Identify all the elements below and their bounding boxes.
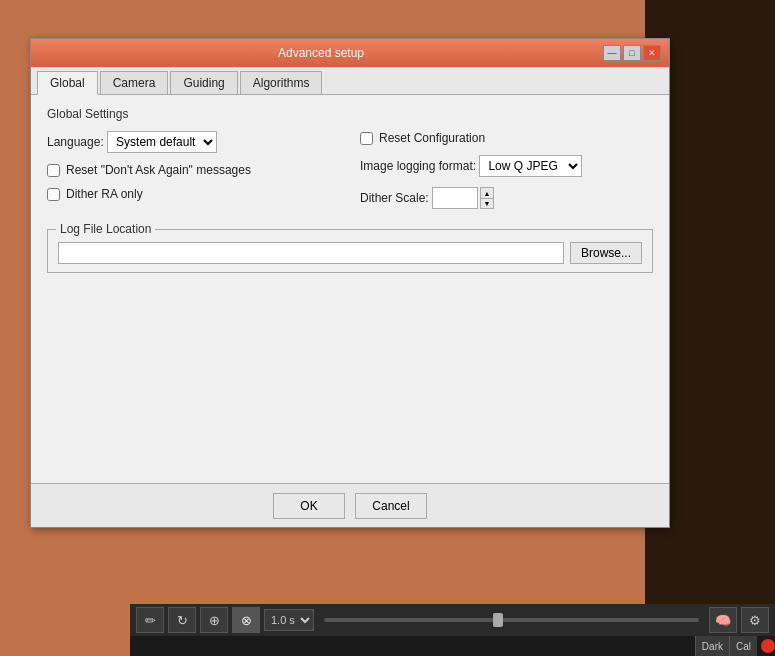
tab-bar: Global Camera Guiding Algorithms [31,67,669,95]
reset-dont-ask-row: Reset "Don't Ask Again" messages [47,163,340,177]
spinner-arrows: ▲ ▼ [480,187,494,209]
image-logging-select[interactable]: No logging Low Q JPEG High Q JPEG FITS [479,155,582,177]
exposure-slider-thumb[interactable] [493,613,503,627]
dither-ra-row: Dither RA only [47,187,340,201]
language-row: Language: System default English French … [47,131,340,153]
reset-config-checkbox[interactable] [360,132,373,145]
reset-config-label: Reset Configuration [379,131,485,145]
brain-button[interactable]: 🧠 [709,607,737,633]
image-logging-row: Image logging format: No logging Low Q J… [360,155,653,177]
refresh-icon: ↻ [177,613,188,628]
dither-ra-label: Dither RA only [66,187,143,201]
dither-scale-row: Dither Scale: 2.0 ▲ ▼ [360,187,653,209]
tab-algorithms[interactable]: Algorithms [240,71,323,94]
tab-global[interactable]: Global [37,71,98,95]
stop-button[interactable]: ⊗ [232,607,260,633]
dialog-footer: OK Cancel [31,483,669,527]
reset-dont-ask-checkbox[interactable] [47,164,60,177]
dither-scale-spinner: 2.0 ▲ ▼ [432,187,494,209]
tab-guiding[interactable]: Guiding [170,71,237,94]
statusbar-cal-label: Cal [729,636,757,656]
title-buttons: — □ ✕ [603,45,661,61]
maximize-button[interactable]: □ [623,45,641,61]
brain-icon: 🧠 [715,613,731,628]
minimize-button[interactable]: — [603,45,621,61]
dither-ra-checkbox[interactable] [47,188,60,201]
spinner-up-button[interactable]: ▲ [480,187,494,198]
ok-button[interactable]: OK [273,493,345,519]
spinner-down-button[interactable]: ▼ [480,198,494,209]
log-file-row: C:\Users\crille\Documents\PHD2 Browse... [58,242,642,264]
statusbar-indicator-dot [761,639,775,653]
log-file-label: Log File Location [56,222,155,236]
language-select[interactable]: System default English French German [107,131,217,153]
reset-config-row: Reset Configuration [360,131,653,145]
exposure-select[interactable]: 1.0 s 0.5 s 2.0 s [264,609,314,631]
pencil-button[interactable]: ✏ [136,607,164,633]
title-bar: Advanced setup — □ ✕ [31,39,669,67]
statusbar-dark-label: Dark [695,636,729,656]
toolbar: ✏ ↻ ⊕ ⊗ 1.0 s 0.5 s 2.0 s 🧠 ⚙ [130,604,775,636]
pencil-icon: ✏ [145,613,156,628]
log-file-group: Log File Location C:\Users\crille\Docume… [47,229,653,273]
dither-scale-input[interactable]: 2.0 [432,187,478,209]
crosshair-button[interactable]: ⊕ [200,607,228,633]
section-title: Global Settings [47,107,653,121]
toolbar-right: 🧠 ⚙ [709,607,769,633]
stop-icon: ⊗ [241,613,252,628]
statusbar-left [130,636,695,656]
crosshair-icon: ⊕ [209,613,220,628]
taskbar: ✏ ↻ ⊕ ⊗ 1.0 s 0.5 s 2.0 s 🧠 ⚙ [130,604,775,656]
gear-icon: ⚙ [749,613,761,628]
reset-dont-ask-label: Reset "Don't Ask Again" messages [66,163,251,177]
gear-button[interactable]: ⚙ [741,607,769,633]
browse-button[interactable]: Browse... [570,242,642,264]
image-logging-label: Image logging format: [360,159,476,173]
cancel-button[interactable]: Cancel [355,493,427,519]
log-path-input[interactable]: C:\Users\crille\Documents\PHD2 [58,242,564,264]
exposure-slider-track[interactable] [324,618,699,622]
settings-grid: Language: System default English French … [47,131,653,219]
settings-right: Reset Configuration Image logging format… [360,131,653,219]
tab-content: Global Settings Language: System default… [31,95,669,285]
refresh-button[interactable]: ↻ [168,607,196,633]
exposure-slider-container [318,618,705,622]
tab-camera[interactable]: Camera [100,71,169,94]
language-label: Language: [47,135,104,149]
advanced-setup-dialog: Advanced setup — □ ✕ Global Camera Guidi… [30,38,670,528]
dither-scale-label: Dither Scale: [360,191,429,205]
statusbar: Dark Cal [130,636,775,656]
settings-left: Language: System default English French … [47,131,340,219]
dialog-title: Advanced setup [39,46,603,60]
close-button[interactable]: ✕ [643,45,661,61]
